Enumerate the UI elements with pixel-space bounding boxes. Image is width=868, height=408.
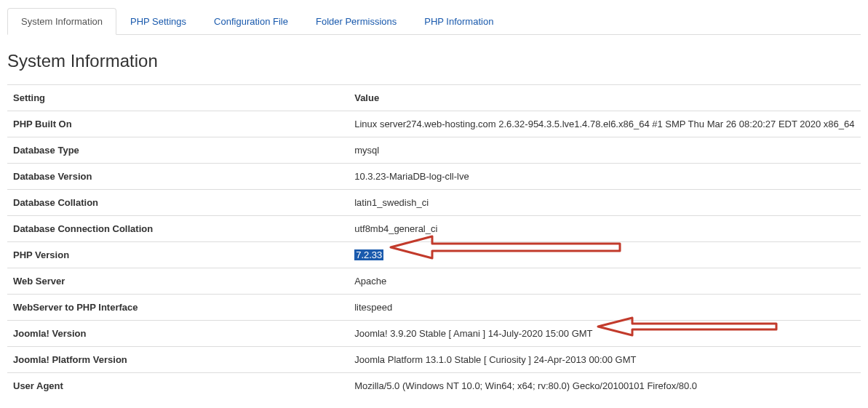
- system-info-table: Setting Value PHP Built OnLinux server27…: [7, 84, 861, 399]
- value-text: Joomla! 3.9.20 Stable [ Amani ] 14-July-…: [354, 328, 592, 339]
- value-text: Joomla Platform 13.1.0 Stable [ Curiosit…: [354, 354, 636, 365]
- table-row: Database Collationlatin1_swedish_ci: [7, 190, 861, 216]
- setting-cell: Database Connection Collation: [7, 216, 349, 242]
- value-text: Apache: [354, 276, 386, 287]
- value-text: litespeed: [354, 302, 392, 313]
- setting-cell: PHP Built On: [7, 111, 349, 137]
- table-row: Joomla! VersionJoomla! 3.9.20 Stable [ A…: [7, 321, 861, 347]
- setting-cell: WebServer to PHP Interface: [7, 295, 349, 321]
- table-row: User AgentMozilla/5.0 (Windows NT 10.0; …: [7, 373, 861, 399]
- tab-php-settings[interactable]: PHP Settings: [116, 8, 200, 35]
- value-text: mysql: [354, 145, 379, 156]
- value-text: Mozilla/5.0 (Windows NT 10.0; Win64; x64…: [354, 380, 697, 391]
- highlighted-value: 7.2.33: [354, 249, 383, 260]
- value-cell: Joomla Platform 13.1.0 Stable [ Curiosit…: [349, 347, 861, 373]
- value-cell: 7.2.33: [349, 242, 861, 268]
- value-text: Linux server274.web-hosting.com 2.6.32-9…: [354, 119, 854, 129]
- value-cell: Joomla! 3.9.20 Stable [ Amani ] 14-July-…: [349, 321, 861, 347]
- table-row: Database Version10.3.23-MariaDB-log-cll-…: [7, 164, 861, 190]
- value-text: 10.3.23-MariaDB-log-cll-lve: [354, 171, 469, 182]
- value-cell: mysql: [349, 137, 861, 164]
- table-row: PHP Version7.2.33: [7, 242, 861, 268]
- setting-cell: Database Collation: [7, 190, 349, 216]
- setting-cell: Database Version: [7, 164, 349, 190]
- table-row: Joomla! Platform VersionJoomla Platform …: [7, 347, 861, 373]
- setting-cell: User Agent: [7, 373, 349, 399]
- table-row: Database Typemysql: [7, 137, 861, 164]
- tabs-nav: System Information PHP Settings Configur…: [7, 7, 861, 35]
- value-cell: latin1_swedish_ci: [349, 190, 861, 216]
- value-cell: litespeed: [349, 295, 861, 321]
- table-row: Web ServerApache: [7, 268, 861, 295]
- tab-configuration-file[interactable]: Configuration File: [200, 8, 302, 35]
- tab-php-information[interactable]: PHP Information: [410, 8, 507, 35]
- value-cell: utf8mb4_general_ci: [349, 216, 861, 242]
- col-header-value: Value: [349, 85, 861, 111]
- value-cell: Mozilla/5.0 (Windows NT 10.0; Win64; x64…: [349, 373, 861, 399]
- setting-cell: Joomla! Platform Version: [7, 347, 349, 373]
- setting-cell: Joomla! Version: [7, 321, 349, 347]
- tab-folder-permissions[interactable]: Folder Permissions: [302, 8, 410, 35]
- col-header-setting: Setting: [7, 85, 349, 111]
- setting-cell: PHP Version: [7, 242, 349, 268]
- table-row: WebServer to PHP Interfacelitespeed: [7, 295, 861, 321]
- setting-cell: Database Type: [7, 137, 349, 164]
- value-cell: Linux server274.web-hosting.com 2.6.32-9…: [349, 111, 861, 137]
- table-row: Database Connection Collationutf8mb4_gen…: [7, 216, 861, 242]
- value-cell: Apache: [349, 268, 861, 295]
- value-text: utf8mb4_general_ci: [354, 223, 437, 234]
- page-title: System Information: [7, 51, 861, 71]
- tab-system-information[interactable]: System Information: [7, 8, 116, 35]
- value-cell: 10.3.23-MariaDB-log-cll-lve: [349, 164, 861, 190]
- value-text: latin1_swedish_ci: [354, 197, 429, 208]
- table-row: PHP Built OnLinux server274.web-hosting.…: [7, 111, 861, 137]
- setting-cell: Web Server: [7, 268, 349, 295]
